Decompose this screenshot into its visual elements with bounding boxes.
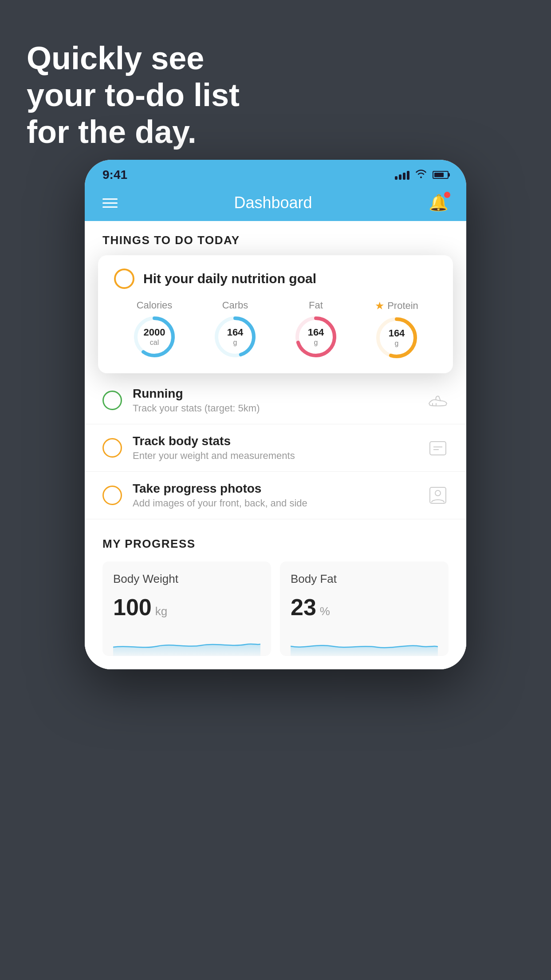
progress-card-weight[interactable]: Body Weight 100 kg xyxy=(102,561,271,656)
macro-calories-label: Calories xyxy=(137,300,173,311)
hero-heading: Quickly see your to-do list for the day. xyxy=(27,40,240,150)
body-fat-number: 23 xyxy=(291,594,316,620)
body-weight-number: 100 xyxy=(113,594,152,620)
body-fat-value-row: 23 % xyxy=(291,594,438,620)
todo-subtitle-photos: Add images of your front, back, and side xyxy=(133,498,417,509)
battery-icon xyxy=(433,171,449,179)
macros-row: Calories 2000 cal xyxy=(114,300,437,360)
macro-calories: Calories 2000 cal xyxy=(132,300,177,359)
macro-protein-label: Protein xyxy=(387,300,418,312)
todo-title-body-stats: Track body stats xyxy=(133,434,417,448)
macro-carbs: Carbs 164 g xyxy=(213,300,257,359)
body-weight-label: Body Weight xyxy=(113,572,260,586)
body-fat-label: Body Fat xyxy=(291,572,438,586)
main-content: THINGS TO DO TODAY Hit your daily nutrit… xyxy=(85,221,466,669)
macro-fat-value: 164 xyxy=(308,327,324,338)
todo-circle-body-stats xyxy=(102,438,122,458)
macro-fat-circle: 164 g xyxy=(294,315,338,359)
macro-protein-value: 164 xyxy=(389,328,405,339)
nutrition-card[interactable]: Hit your daily nutrition goal Calories xyxy=(98,255,453,373)
macro-protein-circle: 164 g xyxy=(374,316,419,360)
notification-bell-icon[interactable]: 🔔 xyxy=(429,194,449,212)
svg-point-12 xyxy=(435,490,441,496)
star-icon: ★ xyxy=(375,300,385,312)
notification-dot xyxy=(444,192,450,198)
status-bar: 9:41 xyxy=(85,160,466,186)
todo-title-photos: Take progress photos xyxy=(133,482,417,496)
todo-text-running: Running Track your stats (target: 5km) xyxy=(133,387,417,414)
nutrition-check-circle[interactable] xyxy=(114,269,134,289)
macro-fat-label: Fat xyxy=(309,300,323,311)
todo-circle-running xyxy=(102,391,122,410)
todo-list: Running Track your stats (target: 5km) xyxy=(85,377,466,519)
body-fat-chart xyxy=(291,629,438,656)
phone-mockup: 9:41 xyxy=(85,160,466,669)
macro-carbs-unit: g xyxy=(227,339,244,347)
macro-calories-circle: 2000 cal xyxy=(132,315,177,359)
macro-protein-label-row: ★ Protein xyxy=(375,300,418,312)
progress-section-title: MY PROGRESS xyxy=(102,537,449,551)
todo-text-body-stats: Track body stats Enter your weight and m… xyxy=(133,434,417,462)
todo-text-photos: Take progress photos Add images of your … xyxy=(133,482,417,509)
macro-protein-unit: g xyxy=(389,340,405,348)
body-fat-unit: % xyxy=(320,605,330,618)
todo-item-running[interactable]: Running Track your stats (target: 5km) xyxy=(85,377,466,424)
macro-calories-value: 2000 xyxy=(144,327,165,338)
progress-card-fat[interactable]: Body Fat 23 % xyxy=(280,561,449,656)
nav-bar: Dashboard 🔔 xyxy=(85,186,466,221)
signal-bars-icon xyxy=(395,170,409,180)
todo-item-body-stats[interactable]: Track body stats Enter your weight and m… xyxy=(85,424,466,472)
macro-calories-unit: cal xyxy=(144,339,165,347)
macro-protein: ★ Protein 164 g xyxy=(374,300,419,360)
status-time: 9:41 xyxy=(102,168,127,182)
macro-carbs-circle: 164 g xyxy=(213,315,257,359)
macro-fat-unit: g xyxy=(308,339,324,347)
things-to-do-title: THINGS TO DO TODAY xyxy=(102,233,449,247)
macro-carbs-label: Carbs xyxy=(222,300,248,311)
todo-subtitle-running: Track your stats (target: 5km) xyxy=(133,403,417,414)
todo-subtitle-body-stats: Enter your weight and measurements xyxy=(133,450,417,462)
scale-icon xyxy=(427,439,449,457)
status-icons xyxy=(395,169,449,181)
nutrition-card-header: Hit your daily nutrition goal xyxy=(114,269,437,289)
todo-circle-photos xyxy=(102,486,122,505)
progress-cards-row: Body Weight 100 kg xyxy=(102,561,449,656)
macro-fat: Fat 164 g xyxy=(294,300,338,359)
running-shoe-icon xyxy=(427,391,449,409)
todo-title-running: Running xyxy=(133,387,417,401)
person-photo-icon xyxy=(427,486,449,504)
body-weight-value-row: 100 kg xyxy=(113,594,260,620)
nav-title: Dashboard xyxy=(234,194,312,212)
todo-item-photos[interactable]: Take progress photos Add images of your … xyxy=(85,472,466,519)
body-weight-chart xyxy=(113,629,260,656)
wifi-icon xyxy=(415,169,427,181)
things-to-do-header: THINGS TO DO TODAY xyxy=(85,221,466,255)
hamburger-menu[interactable] xyxy=(102,198,118,208)
progress-section: MY PROGRESS Body Weight 100 kg xyxy=(85,519,466,669)
nutrition-card-title: Hit your daily nutrition goal xyxy=(143,271,316,286)
body-weight-unit: kg xyxy=(155,605,167,618)
macro-carbs-value: 164 xyxy=(227,327,244,338)
svg-rect-8 xyxy=(430,442,446,455)
phone-shell: 9:41 xyxy=(85,160,466,669)
